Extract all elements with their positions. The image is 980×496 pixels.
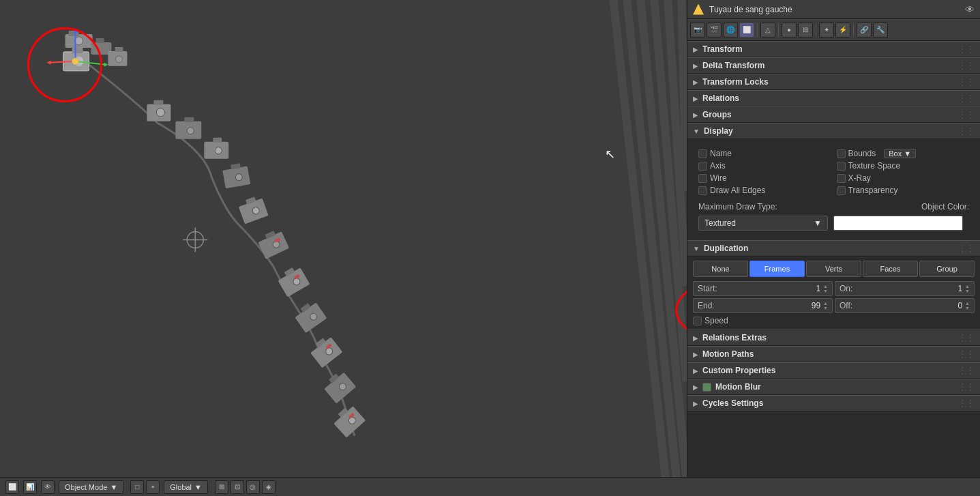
transform-drag: ⋮⋮: [958, 44, 975, 54]
physics-props-btn[interactable]: ⚡: [835, 23, 850, 38]
xray-checkbox[interactable]: [837, 174, 846, 183]
start-label: Start:: [698, 284, 816, 293]
relations-arrow: ▶: [693, 95, 698, 102]
mode-arrow: ▼: [110, 483, 117, 491]
proportional-icon[interactable]: ◎: [246, 480, 260, 494]
transparency-prop-label: Transparency: [848, 186, 898, 195]
duplication-section-content: None Frames Verts Faces Group Start: 1 ▲…: [687, 257, 980, 330]
wire-prop[interactable]: Wire: [698, 173, 831, 183]
speed-label: Speed: [704, 316, 728, 325]
svg-rect-22: [213, 138, 222, 143]
off-field[interactable]: Off: 0 ▲ ▼: [835, 298, 975, 313]
relations-drag: ⋮⋮: [958, 93, 975, 103]
cycles-settings-section-header[interactable]: ▶ Cycles Settings ⋮⋮: [687, 395, 980, 411]
dup-none-btn[interactable]: None: [693, 261, 748, 277]
name-checkbox[interactable]: [698, 149, 707, 158]
off-label: Off:: [840, 301, 957, 310]
draw-all-edges-prop[interactable]: Draw All Edges: [698, 186, 831, 195]
transform-section-header[interactable]: ▶ Transform ⋮⋮: [687, 41, 980, 57]
relations-extras-section-header[interactable]: ▶ Relations Extras ⋮⋮: [687, 330, 980, 346]
timeline-icon[interactable]: 📊: [23, 480, 37, 494]
relations-section-header[interactable]: ▶ Relations ⋮⋮: [687, 90, 980, 106]
name-prop[interactable]: Name: [698, 149, 831, 158]
duplication-fields: Start: 1 ▲ ▼ On: 1 ▲ ▼: [693, 281, 975, 313]
object-header: Tuyau de sang gauche 👁: [687, 0, 980, 19]
mode-dropdown[interactable]: Object Mode ▼: [59, 480, 123, 494]
end-field[interactable]: End: 99 ▲ ▼: [693, 298, 833, 313]
duplication-label: Duplication: [704, 244, 748, 253]
xray-prop[interactable]: X-Ray: [837, 173, 970, 183]
visibility-icon[interactable]: 👁: [965, 4, 975, 15]
max-draw-type-label: Maximum Draw Type:: [698, 202, 916, 211]
relations-extras-drag: ⋮⋮: [958, 333, 975, 342]
render-display-icon[interactable]: □: [130, 480, 144, 494]
motion-blur-section-header[interactable]: ▶ Motion Blur ⋮⋮: [687, 379, 980, 395]
start-value: 1: [816, 284, 820, 293]
draw-type-value: Textured: [704, 218, 736, 228]
axis-checkbox[interactable]: [698, 162, 707, 171]
bounds-type-dropdown[interactable]: Box ▼: [884, 149, 916, 158]
particles-props-btn[interactable]: ✦: [819, 23, 834, 38]
display-section-header[interactable]: ▼ Display ⋮⋮: [687, 123, 980, 139]
relations-label: Relations: [702, 93, 739, 103]
onion-icon[interactable]: ◈: [262, 480, 276, 494]
global-label: Global: [170, 483, 192, 491]
groups-section-header[interactable]: ▶ Groups ⋮⋮: [687, 106, 980, 123]
global-dropdown[interactable]: Global ▼: [164, 480, 208, 494]
speed-row[interactable]: Speed: [693, 316, 975, 325]
motion-paths-section-header[interactable]: ▶ Motion Paths ⋮⋮: [687, 346, 980, 362]
modifiers-props-btn[interactable]: 🔧: [873, 23, 888, 38]
mode-label: Object Mode: [65, 483, 107, 491]
draw-all-edges-checkbox[interactable]: [698, 186, 707, 195]
render-props-btn[interactable]: 📷: [690, 23, 705, 38]
draw-all-edges-prop-label: Draw All Edges: [710, 186, 765, 195]
transparency-prop[interactable]: Transparency: [837, 186, 970, 195]
wire-checkbox[interactable]: [698, 174, 707, 183]
transparency-checkbox[interactable]: [837, 186, 846, 195]
dup-frames-btn[interactable]: Frames: [749, 261, 805, 277]
bounds-prop[interactable]: Bounds Box ▼: [837, 149, 970, 158]
constraints-props-btn[interactable]: 🔗: [857, 23, 872, 38]
object-color-picker[interactable]: [833, 216, 963, 231]
material-props-btn[interactable]: ●: [782, 23, 797, 38]
speed-checkbox[interactable]: [693, 317, 702, 325]
properties-panel: Tuyau de sang gauche 👁 📷 🎬 🌐 ⬜ △ ● ⊟ ✦ ⚡…: [687, 0, 980, 477]
texture-space-prop[interactable]: Texture Space: [837, 161, 970, 171]
custom-properties-section-header[interactable]: ▶ Custom Properties ⋮⋮: [687, 362, 980, 379]
dup-group-btn[interactable]: Group: [919, 261, 975, 277]
dup-faces-btn[interactable]: Faces: [863, 261, 918, 277]
transform-arrow: ▶: [693, 46, 698, 53]
transform-locks-section-header[interactable]: ▶ Transform Locks ⋮⋮: [687, 74, 980, 90]
viewport[interactable]: ↖: [0, 0, 687, 477]
duplication-section-header[interactable]: ▼ Duplication ⋮⋮: [687, 240, 980, 257]
start-field[interactable]: Start: 1 ▲ ▼: [693, 281, 833, 296]
bounds-checkbox[interactable]: [837, 149, 846, 158]
texture-props-btn[interactable]: ⊟: [798, 23, 813, 38]
grid-icon[interactable]: ⊞: [215, 480, 228, 494]
world-props-btn[interactable]: 🌐: [723, 23, 738, 38]
global-arrow: ▼: [194, 483, 202, 491]
display-arrow: ▼: [693, 128, 700, 135]
scene-props-btn[interactable]: 🎬: [707, 23, 722, 38]
object-props-btn[interactable]: ⬜: [739, 23, 754, 38]
transform-label: Transform: [702, 44, 743, 54]
delta-transform-section-header[interactable]: ▶ Delta Transform ⋮⋮: [687, 57, 980, 74]
delta-transform-label: Delta Transform: [702, 61, 764, 70]
duplication-drag: ⋮⋮: [958, 244, 975, 253]
texture-space-checkbox[interactable]: [837, 162, 846, 171]
viewport-shading-icon[interactable]: ⚬: [146, 480, 160, 494]
draw-type-dropdown[interactable]: Textured ▼: [698, 216, 828, 231]
axis-prop[interactable]: Axis: [698, 161, 831, 171]
viewport-controls: □ ⚬: [130, 480, 160, 494]
on-field[interactable]: On: 1 ▲ ▼: [835, 281, 975, 296]
dup-verts-btn[interactable]: Verts: [806, 261, 861, 277]
axis-prop-label: Axis: [710, 161, 726, 171]
svg-point-14: [115, 56, 122, 63]
duplication-buttons-row: None Frames Verts Faces Group: [693, 261, 975, 277]
snap-icon[interactable]: ⊡: [231, 480, 244, 494]
motion-blur-checkbox[interactable]: [702, 383, 711, 392]
viewport-icon[interactable]: ⬜: [5, 480, 19, 494]
view-icon[interactable]: 👁: [41, 480, 55, 494]
mesh-props-btn[interactable]: △: [760, 23, 775, 38]
relations-extras-arrow: ▶: [693, 334, 698, 342]
